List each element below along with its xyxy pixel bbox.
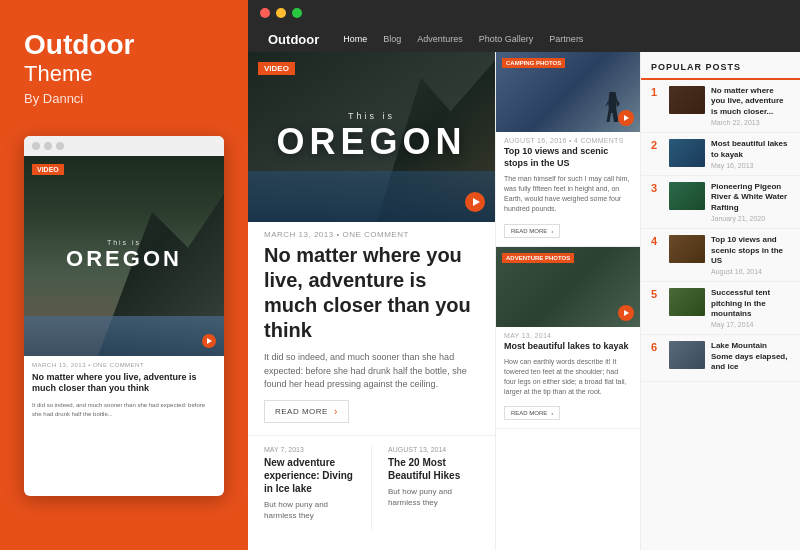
mid-read-more-1-label: READ MORE: [511, 228, 547, 234]
mid-card-1-badge: CAMPING PHOTOS: [502, 58, 565, 68]
popular-img-5: [669, 288, 705, 316]
video-badge: VIDEO: [258, 62, 295, 75]
mid-read-more-2-arrow: ›: [551, 410, 553, 416]
popular-title-6: Lake Mountain Some days elapsed, and ice: [711, 341, 790, 372]
bottom-articles-row: MAY 7, 2013 New adventure experience: Di…: [248, 435, 495, 531]
mini-oregon-title: OREGON: [66, 246, 182, 272]
bottom-article-2-body: But how puny and harmless they: [388, 486, 479, 508]
mini-this-is: This is: [66, 239, 182, 246]
bottom-article-2-date: AUGUST 13, 2014: [388, 446, 479, 453]
article-body: It did so indeed, and much sooner than s…: [248, 351, 495, 400]
bottom-article-1-body: But how puny and harmless they: [264, 499, 355, 521]
popular-title-3: Pioneering Pigeon River & White Water Ra…: [711, 182, 790, 213]
main-content-column: VIDEO This is OREGON MARCH 13, 2013 • ON…: [248, 52, 495, 550]
mid-card-1-read-more[interactable]: READ MORE ›: [504, 224, 560, 238]
mini-dot-yellow: [44, 142, 52, 150]
popular-date-1: March 22, 2013: [711, 119, 790, 126]
nav-item-home[interactable]: Home: [343, 26, 367, 52]
popular-img-1: [669, 86, 705, 114]
bottom-article-2-title[interactable]: The 20 Most Beautiful Hikes: [388, 456, 479, 482]
mid-card-2: ADVENTURE PHOTOS MAY 13, 2014 Most beaut…: [496, 247, 640, 430]
main-browser-bar: [248, 0, 800, 26]
popular-item-1[interactable]: 1 No matter where you live, adventure is…: [641, 80, 800, 133]
mid-card-1-dot: [618, 110, 634, 126]
bottom-article-1-title[interactable]: New adventure experience: Diving in Ice …: [264, 456, 355, 495]
mini-post-meta: MARCH 13, 2013 • ONE COMMENT: [24, 356, 224, 372]
mid-card-2-badge: ADVENTURE PHOTOS: [502, 253, 574, 263]
mini-post-body: It did so indeed, and much sooner than s…: [24, 401, 224, 418]
mini-hero-image: VIDEO This is OREGON: [24, 156, 224, 356]
popular-title-2: Most beautiful lakes to kayak: [711, 139, 790, 160]
hero-water: [248, 171, 495, 222]
article-main-title: No matter where you live, adventure is m…: [248, 243, 495, 351]
popular-num-2: 2: [651, 139, 663, 151]
bottom-article-2: AUGUST 13, 2014 The 20 Most Beautiful Hi…: [371, 446, 495, 531]
read-more-arrow-icon: ›: [334, 406, 338, 417]
hero-text-overlay: This is OREGON: [276, 111, 466, 163]
popular-item-3[interactable]: 3 Pioneering Pigeon River & White Water …: [641, 176, 800, 229]
browser-dot-green[interactable]: [292, 8, 302, 18]
popular-info-5: Successful tent pitching in the mountain…: [711, 288, 790, 328]
mid-card-2-body: How can earthly words describe it! It to…: [496, 357, 640, 401]
mini-post-title: No matter where you live, adventure is m…: [24, 372, 224, 401]
popular-item-5[interactable]: 5 Successful tent pitching in the mounta…: [641, 282, 800, 335]
mid-card-1-meta: AUGUST 16, 2016 • 4 COMMENTS: [496, 132, 640, 146]
popular-info-1: No matter where you live, adventure is m…: [711, 86, 790, 126]
nav-item-photo-gallery[interactable]: Photo Gallery: [479, 26, 534, 52]
sidebar-title: Outdoor Theme By Dannci: [24, 30, 224, 106]
popular-img-6: [669, 341, 705, 369]
nav-item-blog[interactable]: Blog: [383, 26, 401, 52]
middle-column: CAMPING PHOTOS AUGUST 16, 2016 • 4 COMME…: [495, 52, 640, 550]
mid-card-2-title[interactable]: Most beautiful lakes to kayak: [496, 341, 640, 358]
browser-dot-yellow[interactable]: [276, 8, 286, 18]
sidebar: Outdoor Theme By Dannci VIDEO This is OR…: [0, 0, 248, 550]
popular-item-2[interactable]: 2 Most beautiful lakes to kayak May 16, …: [641, 133, 800, 176]
popular-num-5: 5: [651, 288, 663, 300]
popular-info-4: Top 10 views and scenic stops in the US …: [711, 235, 790, 275]
mini-dot-green: [56, 142, 64, 150]
popular-num-4: 4: [651, 235, 663, 247]
nav-logo[interactable]: Outdoor: [268, 32, 319, 47]
popular-item-6[interactable]: 6 Lake Mountain Some days elapsed, and i…: [641, 335, 800, 381]
hero-location-title: OREGON: [276, 121, 466, 163]
mini-browser-bar: [24, 136, 224, 156]
hero-this-is: This is: [276, 111, 466, 121]
mini-dot-red: [32, 142, 40, 150]
popular-img-3: [669, 182, 705, 210]
nav-item-partners[interactable]: Partners: [549, 26, 583, 52]
mid-card-1-body: The man himself for such I may call him,…: [496, 174, 640, 218]
hero-article: VIDEO This is OREGON MARCH 13, 2013 • ON…: [248, 52, 495, 435]
hero-play-button[interactable]: [465, 192, 485, 212]
main-navigation: Outdoor Home Blog Adventures Photo Galle…: [248, 26, 800, 52]
mini-video-badge: VIDEO: [32, 164, 64, 175]
mid-card-1: CAMPING PHOTOS AUGUST 16, 2016 • 4 COMME…: [496, 52, 640, 247]
nav-item-adventures[interactable]: Adventures: [417, 26, 463, 52]
popular-title-1: No matter where you live, adventure is m…: [711, 86, 790, 117]
article-meta: MARCH 13, 2013 • ONE COMMENT: [248, 222, 495, 243]
read-more-button[interactable]: READ MORE ›: [264, 400, 349, 423]
bottom-article-1: MAY 7, 2013 New adventure experience: Di…: [248, 446, 371, 531]
popular-title-5: Successful tent pitching in the mountain…: [711, 288, 790, 319]
mid-card-1-title[interactable]: Top 10 views and scenic stops in the US: [496, 146, 640, 174]
mini-hero-text: This is OREGON: [66, 239, 182, 272]
mid-card-2-dot: [618, 305, 634, 321]
mini-play-button[interactable]: [202, 334, 216, 348]
popular-img-2: [669, 139, 705, 167]
mid-card-2-play-icon: [624, 310, 629, 316]
popular-date-3: January 21, 2020: [711, 215, 790, 222]
popular-date-2: May 16, 2013: [711, 162, 790, 169]
popular-title-4: Top 10 views and scenic stops in the US: [711, 235, 790, 266]
popular-img-4: [669, 235, 705, 263]
popular-info-6: Lake Mountain Some days elapsed, and ice: [711, 341, 790, 374]
right-sidebar: POPULAR POSTS 1 No matter where you live…: [640, 52, 800, 550]
hero-image: VIDEO This is OREGON: [248, 52, 495, 222]
mid-card-2-read-more[interactable]: READ MORE ›: [504, 406, 560, 420]
mini-browser-preview: VIDEO This is OREGON MARCH 13, 2013 • ON…: [24, 136, 224, 496]
mid-read-more-1-arrow: ›: [551, 228, 553, 234]
popular-date-4: August 16, 2014: [711, 268, 790, 275]
popular-num-1: 1: [651, 86, 663, 98]
popular-num-6: 6: [651, 341, 663, 353]
popular-item-4[interactable]: 4 Top 10 views and scenic stops in the U…: [641, 229, 800, 282]
browser-dot-red[interactable]: [260, 8, 270, 18]
popular-num-3: 3: [651, 182, 663, 194]
